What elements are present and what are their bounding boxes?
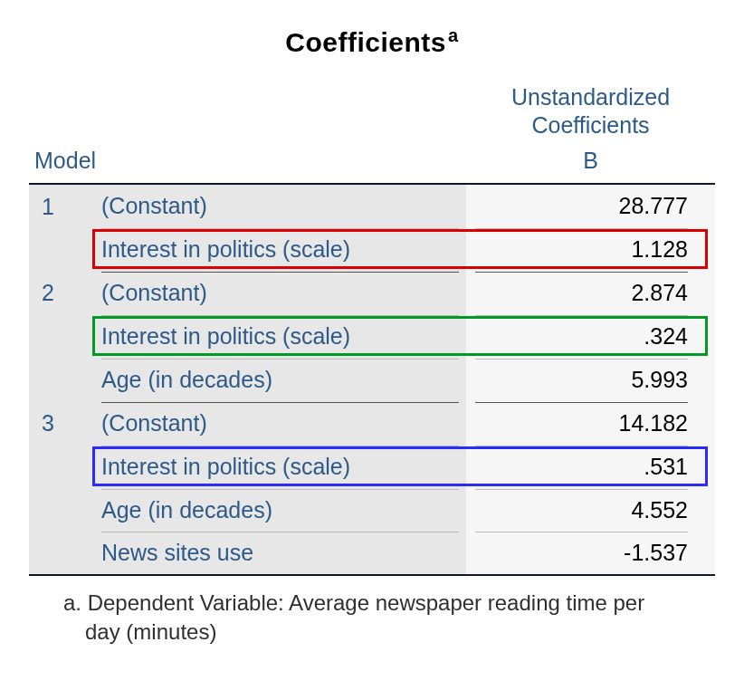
coefficient-value: 5.993 <box>466 358 715 401</box>
variable-label: Interest in politics (scale) <box>92 314 466 358</box>
coefficient-value: 28.777 <box>466 184 715 227</box>
variable-label: Interest in politics (scale) <box>92 227 466 271</box>
variable-label: (Constant) <box>92 271 466 314</box>
table-title: Coefficientsa <box>29 25 715 58</box>
coefficient-value: 1.128 <box>466 227 715 271</box>
coefficient-value: 4.552 <box>466 488 715 532</box>
model-number: 3 <box>29 401 92 575</box>
coefficient-value: 14.182 <box>466 401 715 445</box>
model-number: 2 <box>29 271 92 401</box>
col-header-unstandardized: Unstandardized Coefficients <box>466 78 715 142</box>
variable-label: Interest in politics (scale) <box>92 445 466 488</box>
col-header-b: B <box>466 142 715 184</box>
variable-label: Age (in decades) <box>92 358 466 401</box>
title-superscript: a <box>448 25 459 45</box>
variable-label: (Constant) <box>92 401 466 445</box>
table-footnote: a. Dependent Variable: Average newspaper… <box>29 576 715 647</box>
footnote-marker: a. <box>63 590 88 615</box>
model-number: 1 <box>29 184 92 271</box>
title-text: Coefficients <box>285 27 446 57</box>
variable-label: Age (in decades) <box>92 488 466 532</box>
coefficient-value: 2.874 <box>466 271 715 314</box>
coefficient-value: .531 <box>466 445 715 488</box>
coefficients-table: Unstandardized Coefficients Model B 1(Co… <box>29 78 715 576</box>
col-header-model: Model <box>29 142 466 184</box>
coefficient-value: .324 <box>466 314 715 358</box>
footnote-text: Dependent Variable: Average newspaper re… <box>85 590 644 644</box>
variable-label: (Constant) <box>92 184 466 227</box>
coefficient-value: -1.537 <box>466 532 715 575</box>
variable-label: News sites use <box>92 532 466 575</box>
